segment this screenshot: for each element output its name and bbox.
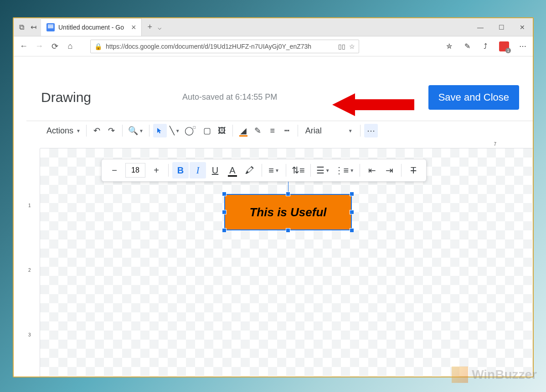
actions-menu[interactable]: Actions▼ xyxy=(43,124,82,137)
browser-toolbar: ← → ⟳ ⌂ 🔒 https://docs.google.com/docume… xyxy=(14,36,533,56)
watermark-text: WinBuzzer xyxy=(472,367,537,382)
favorites-icon[interactable]: ✮ xyxy=(444,42,453,51)
textbox-content[interactable]: This is Useful xyxy=(224,194,352,230)
drawing-canvas[interactable]: This is Useful xyxy=(40,148,533,377)
rotate-connector xyxy=(288,180,288,192)
tab-title: Untitled document - Go xyxy=(58,24,124,31)
fill-color-icon[interactable]: ◢ xyxy=(237,124,250,137)
resize-handle-b[interactable] xyxy=(286,228,290,233)
border-weight-icon[interactable]: ≡ xyxy=(266,124,279,137)
maximize-icon[interactable]: ☐ xyxy=(491,18,512,36)
undo-icon[interactable]: ↶ xyxy=(90,124,104,137)
browser-tab[interactable]: Untitled document - Go × xyxy=(41,18,142,36)
ruler-mark: 2 xyxy=(28,268,31,273)
selected-textbox[interactable]: This is Useful xyxy=(224,194,352,230)
autosave-status: Auto-saved at 6:14:55 PM xyxy=(182,92,277,102)
canvas-area: 7 1 2 3 This is Useful xyxy=(26,140,533,377)
clear-formatting-icon[interactable]: T xyxy=(405,162,422,178)
dialog-header: Drawing Auto-saved at 6:14:55 PM Save an… xyxy=(26,74,533,121)
ruler-mark: 7 xyxy=(494,142,496,147)
horizontal-ruler: 7 xyxy=(40,140,533,148)
textbox-tool-icon[interactable]: ▢ xyxy=(201,124,214,137)
drawing-dialog: Drawing Auto-saved at 6:14:55 PM Save an… xyxy=(26,74,533,377)
extension-badge-icon[interactable] xyxy=(499,41,509,51)
drawing-toolbar: Actions▼ ↶ ↷ 🔍▼ ╲▼ ◯◻ ▢ 🖼 ◢ ✎ ≡ ┅ Arial▼… xyxy=(26,121,533,140)
ruler-mark: 1 xyxy=(28,203,31,208)
tab-aside-icon[interactable]: ↤ xyxy=(29,23,37,31)
resize-handle-l[interactable] xyxy=(222,210,227,214)
border-color-icon[interactable]: ✎ xyxy=(251,124,265,137)
home-icon[interactable]: ⌂ xyxy=(66,42,75,51)
browser-window: ⧉ ↤ Untitled document - Go × + ⌵ — ☐ ✕ ←… xyxy=(13,17,534,377)
more-options-icon[interactable]: ⋯ xyxy=(364,124,378,137)
resize-handle-br[interactable] xyxy=(350,228,354,233)
select-tool-icon[interactable] xyxy=(153,124,167,137)
align-icon[interactable]: ≡▼ xyxy=(266,162,282,178)
svg-marker-0 xyxy=(332,93,414,116)
shape-tool-icon[interactable]: ◯◻ xyxy=(183,124,200,137)
redo-icon[interactable]: ↷ xyxy=(105,124,118,137)
tab-menu-icon[interactable]: ⌵ xyxy=(158,24,161,31)
address-bar[interactable]: 🔒 https://docs.google.com/document/d/19U… xyxy=(90,40,359,53)
new-tab-icon[interactable]: + xyxy=(147,22,152,32)
increase-indent-icon[interactable]: ⇥ xyxy=(381,162,397,178)
text-color-icon[interactable]: A xyxy=(224,162,241,178)
refresh-icon[interactable]: ⟳ xyxy=(50,42,59,51)
reading-mode-icon[interactable]: ▯▯ xyxy=(338,43,345,50)
titlebar: ⧉ ↤ Untitled document - Go × + ⌵ — ☐ ✕ xyxy=(14,18,533,36)
url-text: https://docs.google.com/document/d/19Ud1… xyxy=(106,43,335,50)
minimize-icon[interactable]: — xyxy=(470,18,491,36)
text-formatting-toolbar: − 18 + B I U A 🖍 ≡▼ ⇅≡ ☰▼ ⋮≡▼ ⇤ ⇥ xyxy=(101,159,427,182)
share-icon[interactable]: ⤴ xyxy=(481,42,490,51)
fontsize-input[interactable]: 18 xyxy=(125,163,145,178)
line-tool-icon[interactable]: ╲▼ xyxy=(168,124,182,137)
docs-favicon-icon xyxy=(46,23,55,31)
resize-handle-tr[interactable] xyxy=(350,192,354,196)
back-icon[interactable]: ← xyxy=(19,42,28,51)
window-controls: — ☐ ✕ xyxy=(470,18,533,36)
resize-handle-r[interactable] xyxy=(350,210,354,214)
increase-fontsize-icon[interactable]: + xyxy=(148,162,165,178)
decrease-indent-icon[interactable]: ⇤ xyxy=(364,162,380,178)
decrease-fontsize-icon[interactable]: − xyxy=(106,162,123,178)
close-tab-icon[interactable]: × xyxy=(131,23,136,32)
annotation-arrow xyxy=(332,91,414,120)
line-spacing-icon[interactable]: ⇅≡ xyxy=(290,162,307,178)
tab-action-icon[interactable]: ⧉ xyxy=(17,23,26,31)
favorite-star-icon[interactable]: ☆ xyxy=(349,43,355,50)
zoom-icon[interactable]: 🔍▼ xyxy=(126,124,145,137)
save-and-close-button[interactable]: Save and Close xyxy=(428,85,519,110)
bulleted-list-icon[interactable]: ⋮≡▼ xyxy=(333,162,356,178)
numbered-list-icon[interactable]: ☰▼ xyxy=(314,162,332,178)
image-tool-icon[interactable]: 🖼 xyxy=(215,124,229,137)
resize-handle-t[interactable] xyxy=(286,192,290,196)
border-dash-icon[interactable]: ┅ xyxy=(280,124,294,137)
tab-action-buttons: ⧉ ↤ xyxy=(14,18,41,36)
new-tab-area: + ⌵ xyxy=(142,18,167,36)
ruler-mark: 3 xyxy=(28,332,31,337)
close-window-icon[interactable]: ✕ xyxy=(512,18,533,36)
font-dropdown[interactable]: Arial▼ xyxy=(302,124,356,137)
watermark-logo-icon xyxy=(452,367,468,383)
extension-icons: ✮ ✎ ⤴ ⋯ xyxy=(444,41,527,51)
more-menu-icon[interactable]: ⋯ xyxy=(518,42,527,51)
notes-icon[interactable]: ✎ xyxy=(463,42,472,51)
lock-icon: 🔒 xyxy=(94,43,102,50)
watermark: WinBuzzer xyxy=(452,367,537,383)
bold-icon[interactable]: B xyxy=(172,162,189,178)
highlight-icon[interactable]: 🖍 xyxy=(242,162,258,178)
vertical-ruler: 1 2 3 xyxy=(26,148,40,377)
italic-icon[interactable]: I xyxy=(190,162,206,178)
resize-handle-bl[interactable] xyxy=(222,228,227,233)
forward-icon: → xyxy=(35,42,44,51)
dialog-title: Drawing xyxy=(41,90,91,105)
resize-handle-tl[interactable] xyxy=(222,192,227,196)
underline-icon[interactable]: U xyxy=(207,162,223,178)
